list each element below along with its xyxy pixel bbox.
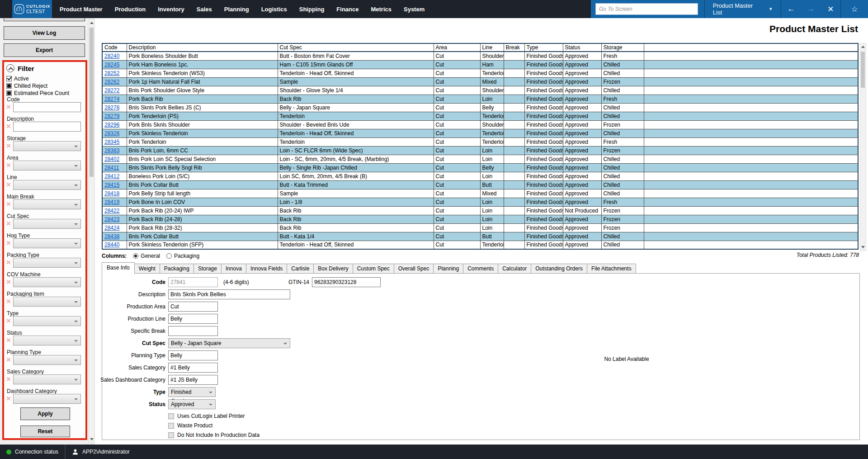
filter-select-cut-spec[interactable] (13, 219, 81, 229)
tab-innova-fields[interactable]: Innova Fields (246, 264, 287, 274)
product-code-link[interactable]: 28345 (104, 139, 119, 145)
menu-item-planning[interactable]: Planning (224, 6, 249, 13)
product-code-link[interactable]: 28272 (104, 87, 119, 94)
filter-select-packaging-item[interactable] (13, 297, 81, 307)
tab-calculator[interactable]: Calculator (498, 264, 531, 274)
table-row[interactable]: 28252Pork Skinless Tenderloin (WS3)Tende… (102, 69, 858, 77)
filter-input-description[interactable] (13, 122, 81, 132)
filter-select-packing-type[interactable] (13, 258, 81, 268)
cut-spec-dropdown[interactable]: Belly - Japan Square (168, 338, 290, 348)
description-field[interactable] (168, 289, 290, 299)
clear-filter-icon[interactable]: ✕ (5, 122, 12, 132)
filter-select-status[interactable] (13, 336, 81, 345)
flag-waste-product[interactable]: Waste Product (168, 421, 212, 430)
reset-button[interactable]: Reset (20, 426, 70, 437)
filter-select-storage[interactable] (13, 141, 81, 151)
screen-selector-dropdown[interactable]: Product Master List ▼ (705, 0, 781, 18)
clear-filter-icon[interactable]: ✕ (5, 394, 12, 404)
tab-innova[interactable]: Innova (221, 264, 246, 274)
table-row[interactable]: 28411Bnls Sknls Pork Belly Sngl RibBelly… (102, 163, 858, 172)
filter-select-type[interactable] (13, 316, 81, 326)
product-code-link[interactable]: 28438 (104, 233, 119, 240)
table-row[interactable]: 28424Pork Back Rib (28-32)Back RibCutLoi… (102, 223, 858, 232)
product-code-link[interactable]: 28274 (104, 96, 119, 102)
menu-item-logistics[interactable]: Logistics (261, 6, 287, 13)
table-row[interactable]: 28345Pork TenderloinTenderloinCutTenderl… (102, 137, 858, 146)
product-code-link[interactable]: 28422 (104, 208, 119, 214)
clear-filter-icon[interactable]: ✕ (5, 316, 12, 326)
product-code-link[interactable]: 28424 (104, 225, 119, 231)
clear-filter-icon[interactable]: ✕ (5, 238, 12, 248)
column-header-description[interactable]: Description (127, 43, 278, 52)
forward-icon[interactable]: → (801, 5, 821, 14)
product-code-link[interactable]: 28419 (104, 199, 119, 205)
product-code-link[interactable]: 28411 (104, 165, 119, 171)
goto-screen-input[interactable] (595, 3, 698, 15)
table-row[interactable]: 28402Bnls Pork Loin SC Special Selection… (102, 155, 858, 163)
tab-storage[interactable]: Storage (193, 264, 222, 274)
column-header-break[interactable]: Break (504, 43, 524, 52)
filter-select-hog-type[interactable] (13, 238, 81, 248)
menu-item-system[interactable]: System (404, 6, 425, 13)
product-code-link[interactable]: 28279 (104, 113, 119, 119)
menu-item-finance[interactable]: Finance (336, 6, 359, 13)
tab-packaging[interactable]: Packaging (160, 264, 194, 274)
table-row[interactable]: 28422Pork Back Rib (20-24) IWPBack RibCu… (102, 206, 858, 215)
product-code-link[interactable]: 28252 (104, 70, 119, 76)
product-code-link[interactable]: 28412 (104, 173, 119, 180)
back-icon[interactable]: ← (781, 5, 801, 14)
filter-checkbox-active[interactable]: Active (6, 76, 29, 82)
tab-planning[interactable]: Planning (433, 264, 463, 274)
menu-item-product-master[interactable]: Product Master (60, 6, 103, 13)
product-code-link[interactable]: 28402 (104, 156, 119, 162)
view-log-button[interactable]: View Log (4, 26, 85, 40)
scroll-up-icon[interactable] (90, 22, 94, 24)
clear-filter-icon[interactable]: ✕ (5, 336, 12, 345)
table-row[interactable]: 28423Pork Back Rib (24-28)Back RibCutLoi… (102, 215, 858, 223)
table-row[interactable]: 28245Pork Ham Boneless 1pc.Ham - C105 15… (102, 60, 858, 69)
filter-checkbox-estimated-piece-count[interactable]: Estimated Piece Count (6, 90, 69, 96)
production-line-field[interactable] (168, 314, 218, 324)
table-row[interactable]: 28279Pork Tenderloin (PS)TenderloinCutTe… (102, 112, 858, 120)
collapse-filter-icon[interactable] (6, 64, 14, 72)
table-row[interactable]: 28419Pork Bone In Loin COVLoin - 1/8CutL… (102, 198, 858, 206)
scroll-up-icon[interactable] (861, 46, 865, 48)
product-code-link[interactable]: 28415 (104, 182, 119, 188)
product-code-link[interactable]: 28383 (104, 147, 119, 154)
sales-category-field[interactable] (168, 363, 218, 373)
production-area-field[interactable] (168, 302, 218, 312)
gtin-field[interactable] (312, 277, 381, 287)
checkbox-icon[interactable] (168, 432, 174, 438)
radio-general[interactable]: General (133, 253, 160, 259)
product-code-link[interactable]: 28423 (104, 216, 119, 222)
table-row[interactable]: 28438Bnls Pork Collar ButtButt - Kata 1/… (102, 232, 858, 241)
filter-checkbox-chilled-reject[interactable]: Chilled Reject (6, 83, 47, 89)
clear-filter-icon[interactable]: ✕ (5, 180, 12, 190)
scroll-down-icon[interactable] (90, 438, 94, 440)
scroll-down-icon[interactable] (861, 246, 865, 248)
export-button[interactable]: Export (4, 43, 85, 57)
checkbox-icon[interactable] (168, 413, 174, 419)
clear-filter-icon[interactable]: ✕ (5, 102, 12, 112)
clear-filter-icon[interactable]: ✕ (5, 199, 12, 209)
menu-item-inventory[interactable]: Inventory (158, 6, 184, 13)
tab-weight[interactable]: Weight (134, 264, 160, 274)
column-header-type[interactable]: Type (524, 43, 563, 52)
checkbox-icon[interactable] (6, 90, 12, 96)
column-header-cut-spec[interactable]: Cut Spec (278, 43, 434, 52)
flag-do-not-include[interactable]: Do Not Include In Production Data (168, 431, 259, 439)
filter-select-line[interactable] (13, 180, 81, 190)
column-header-code[interactable]: Code (102, 43, 127, 52)
clear-filter-icon[interactable]: ✕ (5, 258, 12, 268)
table-row[interactable]: 28278Bnls Sknls Pork Bellies JS (C)Belly… (102, 103, 858, 112)
tab-custom-spec[interactable]: Custom Spec (353, 264, 394, 274)
status-dropdown[interactable]: Approved (168, 399, 216, 409)
filter-select-cov-machine[interactable] (13, 277, 81, 287)
type-dropdown[interactable]: Finished Goods (168, 387, 216, 397)
table-row[interactable]: 28272Bnls Pork Shoulder Glove StyleShoul… (102, 86, 858, 95)
clear-filter-icon[interactable]: ✕ (5, 219, 12, 229)
table-row[interactable]: 28274Pork Back RibBack RibCutLoinFinishe… (102, 95, 858, 103)
specific-break-field[interactable] (168, 326, 218, 336)
menu-item-production[interactable]: Production (115, 6, 146, 13)
tab-comments[interactable]: Comments (463, 264, 498, 274)
